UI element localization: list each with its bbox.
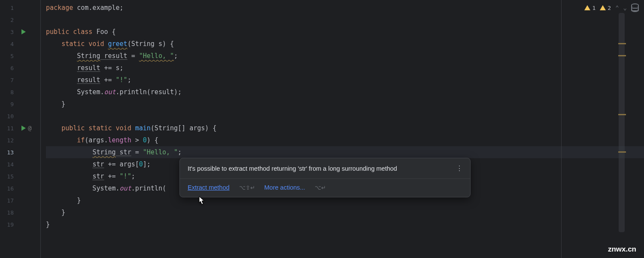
line-number[interactable]: 18	[0, 206, 40, 218]
shortcut-hint: ⌥⇧↵	[239, 184, 255, 191]
line-number[interactable]: 2	[0, 14, 40, 26]
popup-title: It's possible to extract method returnin…	[188, 165, 397, 172]
run-icon[interactable]	[21, 126, 26, 131]
line-number[interactable]: 7	[0, 74, 40, 86]
extract-method-action[interactable]: Extract method	[188, 184, 230, 191]
scrollbar-thumb[interactable]	[619, 13, 625, 232]
more-actions-link[interactable]: More actions...	[264, 184, 305, 191]
line-number[interactable]: 8	[0, 86, 40, 98]
scrollbar[interactable]	[619, 13, 625, 245]
warning-icon	[600, 5, 606, 10]
line-number[interactable]: 12	[0, 134, 40, 146]
line-number[interactable]: 17	[0, 194, 40, 206]
kebab-menu-icon[interactable]: ⋮	[456, 164, 462, 172]
method-name: greet	[108, 40, 128, 48]
active-line: String str = "Hello, ";	[46, 146, 644, 158]
line-number[interactable]: 5	[0, 50, 40, 62]
weak-warning-badge[interactable]: 2	[600, 5, 611, 11]
database-icon[interactable]	[631, 3, 639, 12]
line-number[interactable]: 10	[0, 110, 40, 122]
code-area[interactable]: package com.example; public class Foo { …	[41, 0, 644, 258]
override-icon[interactable]: @	[28, 125, 31, 132]
inspection-indicators: 1 2 ⌃ ⌄	[584, 3, 639, 12]
line-number[interactable]: 11@	[0, 122, 40, 134]
line-number[interactable]: 14	[0, 158, 40, 170]
error-stripe-mark[interactable]	[618, 43, 626, 44]
watermark: znwx.cn	[608, 245, 636, 254]
line-number[interactable]: 16	[0, 182, 40, 194]
line-number[interactable]: 3	[0, 26, 40, 38]
warning-icon	[584, 5, 590, 10]
run-icon[interactable]	[21, 29, 26, 34]
next-highlight-icon[interactable]: ⌄	[623, 4, 627, 11]
keyword: package	[46, 4, 73, 12]
intention-popup: It's possible to extract method returnin…	[179, 158, 471, 197]
error-stripe-mark[interactable]	[618, 151, 626, 153]
shortcut-hint: ⌥↵	[315, 184, 326, 191]
prev-highlight-icon[interactable]: ⌃	[615, 4, 619, 11]
line-number[interactable]: 13	[0, 146, 40, 158]
line-number[interactable]: 1	[0, 2, 40, 14]
line-number[interactable]: 6	[0, 62, 40, 74]
error-stripe-mark[interactable]	[618, 114, 626, 115]
line-number[interactable]: 15	[0, 170, 40, 182]
line-number[interactable]: 9	[0, 98, 40, 110]
right-margin-guide	[561, 0, 562, 258]
gutter: 1234567891011@1213141516171819	[0, 0, 41, 258]
line-number[interactable]: 4	[0, 38, 40, 50]
error-stripe-mark[interactable]	[618, 55, 626, 56]
warning-badge[interactable]: 1	[584, 5, 595, 11]
line-number[interactable]: 19	[0, 218, 40, 230]
